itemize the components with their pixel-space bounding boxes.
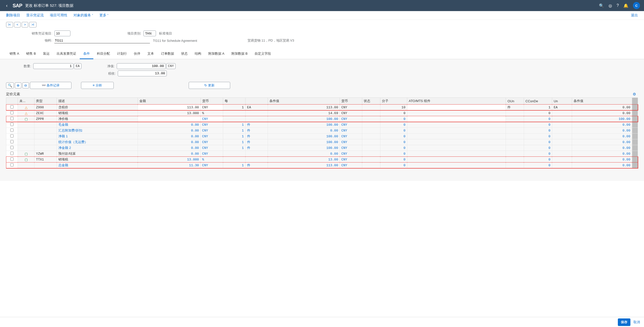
table-cell[interactable]: CNY [200,116,223,122]
table-cell[interactable]: 113.00 [138,105,200,110]
scrollbar[interactable] [632,98,638,105]
table-cell: 0 [524,151,552,157]
table-cell [407,162,506,168]
tab-11[interactable]: 结构 [191,49,205,59]
material-input[interactable] [54,38,150,43]
tab-3[interactable]: 出具发票凭证 [53,49,80,59]
col-header[interactable]: 金额 [138,98,200,105]
minus-icon[interactable]: ⊖ [22,82,29,88]
condition-record-button[interactable]: 👓 条件记录 [30,82,71,89]
gear-icon[interactable]: ⚙ [633,92,636,96]
tax-input[interactable] [118,71,167,76]
table-cell: % [200,110,223,116]
scrollbar[interactable] [632,122,638,128]
table-cell[interactable] [407,105,506,110]
table-cell [506,134,524,139]
tab-12[interactable]: 附加数据 A [205,49,228,59]
table-cell[interactable] [138,116,200,122]
table-cell[interactable] [6,128,18,134]
col-header[interactable]: 条件值 [268,98,340,105]
table-cell: 0.00 [572,122,632,128]
analyze-button[interactable]: ≡ 分析 [81,82,114,89]
table-cell[interactable] [6,134,18,139]
delete-item-link[interactable]: 删除项目 [6,13,20,18]
scrollbar[interactable] [632,139,638,145]
table-cell[interactable] [6,151,18,157]
more-link[interactable]: 更多 [99,13,109,18]
update-button[interactable]: ↻ 更新 [189,82,230,89]
sap-logo: SAP [13,3,22,9]
col-header[interactable]: 描述 [57,98,138,105]
back-button[interactable]: ‹ [4,2,10,9]
scrollbar[interactable] [632,157,638,162]
table-cell[interactable] [6,162,18,168]
col-header[interactable]: 货币 [200,98,223,105]
item-category-input[interactable] [143,30,156,36]
scrollbar[interactable] [632,151,638,157]
col-header[interactable] [246,98,268,105]
exit-link[interactable]: 退出 [631,13,638,18]
first-button[interactable]: I< [6,22,13,27]
table-cell[interactable] [407,116,506,122]
col-header[interactable] [6,98,18,105]
tab-10[interactable]: 状态 [178,49,191,59]
table-cell[interactable] [6,122,18,128]
col-header[interactable]: 条件值 [572,98,632,105]
col-header[interactable]: ATO/MTS 组件 [407,98,506,105]
col-header[interactable]: 每 [223,98,245,105]
table-cell[interactable] [6,145,18,151]
net-input[interactable] [117,63,166,69]
col-header[interactable]: Un [552,98,572,105]
table-cell[interactable] [6,105,18,110]
col-header[interactable]: 货币 [340,98,362,105]
tab-7[interactable]: 伙伴 [130,49,144,59]
tab-2[interactable]: 装运 [39,49,53,59]
display-doc-flow-link[interactable]: 显示凭证流 [26,13,44,18]
item-availability-link[interactable]: 项目可用性 [50,13,67,18]
object-services-link[interactable]: 对象的服务 [73,13,93,18]
avatar[interactable]: C [633,2,640,9]
scrollbar[interactable] [632,105,638,110]
col-header[interactable]: 类型 [34,98,57,105]
plus-icon[interactable]: ⊕ [15,82,21,88]
scrollbar[interactable] [632,116,638,122]
prev-button[interactable]: < [14,22,21,27]
last-button[interactable]: >I [29,22,36,27]
table-cell: CNY [200,145,223,151]
next-button[interactable]: > [22,22,28,27]
tab-8[interactable]: 文本 [144,49,157,59]
col-header[interactable]: OUn [506,98,524,105]
table-cell [362,139,380,145]
scrollbar[interactable] [632,134,638,139]
help-icon[interactable]: ? [617,3,619,8]
col-header[interactable]: 未... [18,98,34,105]
table-cell[interactable] [6,116,18,122]
col-header[interactable]: 分子 [380,98,407,105]
scrollbar[interactable] [632,162,638,168]
tab-9[interactable]: 订单数据 [157,49,178,59]
col-header[interactable]: CConDe [524,98,552,105]
tab-6[interactable]: 计划行 [113,49,130,59]
bell-icon[interactable]: 🔔 [623,3,628,8]
tab-0[interactable]: 销售 A [6,49,23,59]
zoom-in-icon[interactable]: 🔍 [6,82,14,88]
col-header[interactable]: 状态 [362,98,380,105]
table-cell[interactable]: CNY [200,105,223,110]
scrollbar[interactable] [632,110,638,116]
search-icon[interactable]: 🔍 [599,3,604,8]
table-cell[interactable] [6,110,18,116]
scrollbar[interactable] [632,128,638,134]
scrollbar[interactable] [632,145,638,151]
tab-14[interactable]: 自定义字段 [251,49,274,59]
tab-1[interactable]: 销售 B [23,49,39,59]
table-cell[interactable] [6,157,18,162]
qty-input[interactable] [33,63,73,69]
tab-4[interactable]: 条件 [80,49,93,59]
sales-doc-item-input[interactable] [54,30,70,36]
table-cell: 13.000 [138,110,200,116]
tab-13[interactable]: 附加数据 B [228,49,251,59]
table-cell: CNY [340,128,362,134]
clock-icon[interactable]: ◎ [609,3,612,8]
table-cell[interactable] [6,139,18,145]
tab-5[interactable]: 科目分配 [93,49,113,59]
